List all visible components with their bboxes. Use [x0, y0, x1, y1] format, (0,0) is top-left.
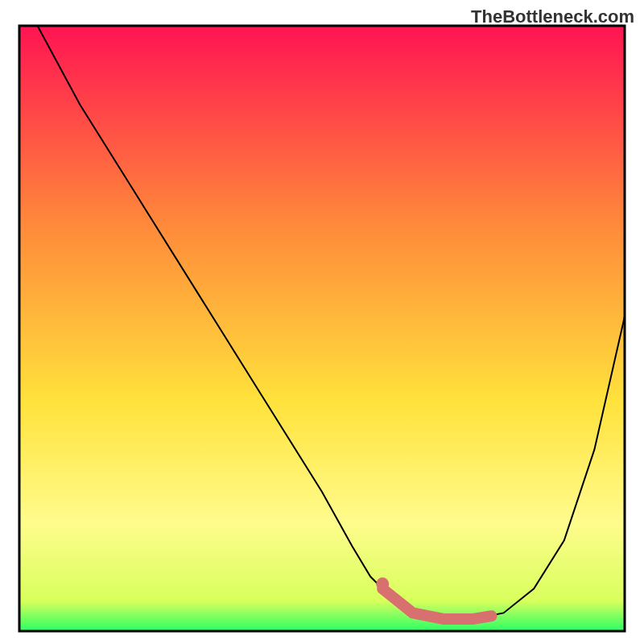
svg-point-0	[376, 577, 389, 590]
chart-svg	[0, 0, 644, 644]
watermark-text: TheBottleneck.com	[471, 6, 634, 27]
chart-container: TheBottleneck.com	[0, 0, 644, 644]
plot-background	[19, 26, 625, 631]
